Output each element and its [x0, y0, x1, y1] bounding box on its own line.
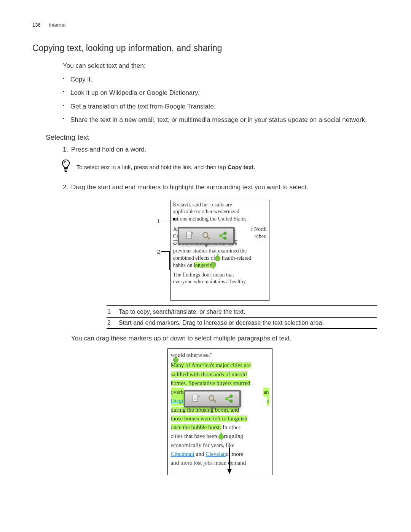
lightbulb-icon: [61, 159, 71, 175]
figure-1-legend: 1Tap to copy, search/translate, or share…: [107, 305, 377, 329]
legend-row: 2Start and end markers. Drag to increase…: [107, 317, 377, 329]
highlighted-text: longevity: [194, 262, 213, 268]
step-1: 1.Press and hold on a word.: [63, 145, 377, 155]
header-section: Internet: [49, 22, 65, 28]
selection-toolbar[interactable]: [184, 390, 241, 407]
figure-1: 1 2 Kvaavik said her results are applica…: [170, 200, 269, 301]
callout-2-label: 2: [157, 248, 160, 255]
svg-point-9: [229, 399, 233, 403]
content-body: You can select text and then: Copy it. L…: [63, 61, 377, 125]
page: 136 Internet Copying text, looking up in…: [0, 0, 411, 532]
callout-1-label: 1: [157, 218, 160, 224]
bullet-item: Share the text in a new email, text, or …: [63, 115, 377, 125]
selection-end-marker[interactable]: [211, 262, 216, 267]
legend-text-1: Tap to copy, search/translate, or share …: [118, 306, 377, 318]
steps-block: 1.Press and hold on a word. To select te…: [63, 145, 377, 476]
search-icon[interactable]: [201, 231, 211, 241]
search-icon[interactable]: [207, 394, 217, 404]
bullet-item: Get a translation of the text from Googl…: [63, 102, 377, 112]
selection-toolbar[interactable]: [178, 227, 235, 244]
step-1-text: Press and hold on a word.: [71, 146, 147, 153]
svg-point-3: [223, 232, 227, 235]
intro-text: You can select text and then:: [63, 61, 377, 71]
figure-2-frame: would otherwise." Many of America's majo…: [167, 348, 272, 475]
legend-row: 1Tap to copy, search/translate, or share…: [107, 306, 377, 318]
selection-start-marker[interactable]: [215, 256, 220, 261]
tip-row: To select text in a link, press and hold…: [61, 159, 377, 175]
copy-icon[interactable]: [185, 231, 194, 241]
legend-text-2: Start and end markers. Drag to increase …: [118, 317, 377, 329]
bullet-item: Copy it.: [63, 75, 377, 85]
selection-end-marker[interactable]: [218, 434, 224, 439]
bullet-list: Copy it. Look it up on Wikipedia or Goog…: [63, 75, 377, 125]
step-2: 2.Drag the start and end markers to high…: [63, 182, 377, 192]
arrow-down-icon: [227, 469, 232, 474]
step-2-text: Drag the start and end markers to highli…: [71, 184, 308, 191]
copy-icon[interactable]: [191, 394, 201, 404]
svg-point-4: [223, 236, 227, 240]
figure-1-frame: Kvaavik said her results are applicable …: [170, 200, 269, 301]
subsection-title: Selecting text: [46, 133, 377, 142]
share-icon[interactable]: [224, 394, 234, 404]
after-legend-text: You can drag these markers up or down to…: [71, 334, 377, 343]
selection-start-marker[interactable]: [173, 357, 178, 363]
section-title: Copying text, looking up information, an…: [32, 43, 377, 53]
page-header: 136 Internet: [32, 22, 377, 28]
bullet-item: Look it up on Wikipedia or Google Dictio…: [63, 88, 377, 98]
svg-point-8: [229, 395, 233, 398]
page-number: 136: [32, 22, 41, 28]
share-icon[interactable]: [218, 231, 228, 241]
tip-text: To select text in a link, press and hold…: [76, 164, 255, 170]
